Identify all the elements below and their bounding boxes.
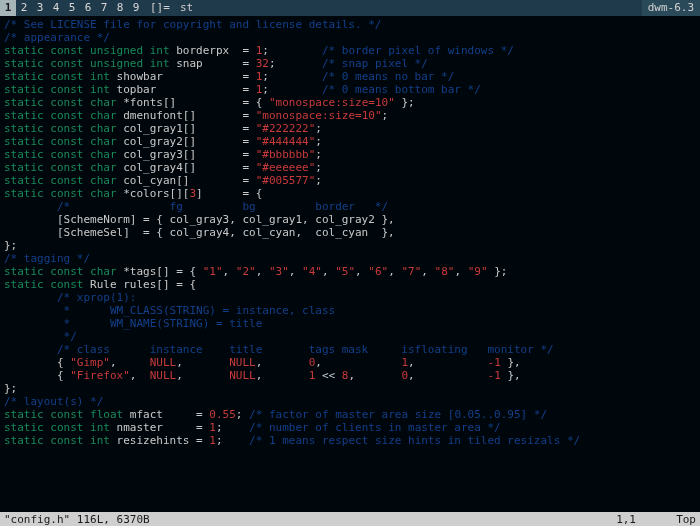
window-title: st <box>176 0 642 16</box>
statusline-cursor: 1,1 <box>556 512 656 526</box>
layout-symbol[interactable]: []= <box>144 0 176 16</box>
statusline-pos: Top <box>656 512 696 526</box>
tag-3[interactable]: 3 <box>32 0 48 16</box>
tag-9[interactable]: 9 <box>128 0 144 16</box>
dwm-bar: 1 2 3 4 5 6 7 8 9 []= st dwm-6.3 <box>0 0 700 16</box>
status-text: dwm-6.3 <box>642 0 700 16</box>
statusline-file: "config.h" 116L, 6370B <box>4 512 556 526</box>
vim-statusline: "config.h" 116L, 6370B 1,1 Top <box>0 512 700 526</box>
tag-2[interactable]: 2 <box>16 0 32 16</box>
tag-5[interactable]: 5 <box>64 0 80 16</box>
editor-area[interactable]: /* See LICENSE file for copyright and li… <box>0 16 700 512</box>
tag-4[interactable]: 4 <box>48 0 64 16</box>
tag-7[interactable]: 7 <box>96 0 112 16</box>
code-text: /* See LICENSE file for copyright and li… <box>4 18 382 31</box>
tag-8[interactable]: 8 <box>112 0 128 16</box>
tag-1[interactable]: 1 <box>0 0 16 16</box>
tag-6[interactable]: 6 <box>80 0 96 16</box>
